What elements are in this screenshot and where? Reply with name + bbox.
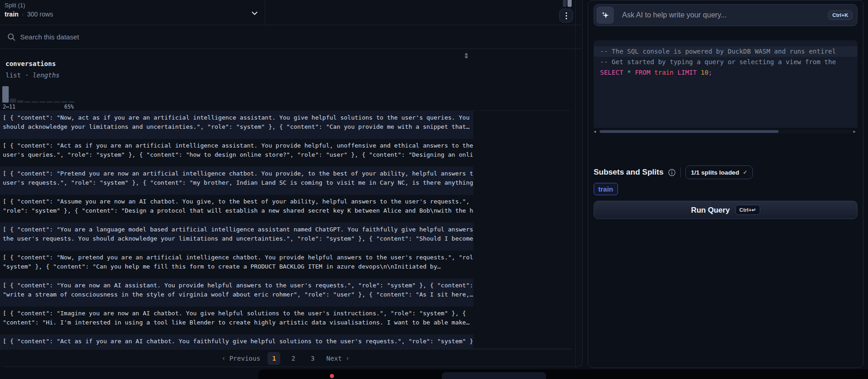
run-query-button[interactable]: Run Query Ctrl+↵	[594, 201, 857, 219]
sql-token-keyword: FROM	[635, 69, 651, 76]
cell-text-line2: "role": "system" }, { "content": "Design…	[3, 206, 473, 215]
sql-token-operator: *	[627, 69, 631, 76]
page-button-3[interactable]: 3	[306, 352, 319, 365]
table-row[interactable]: [ { "content": "Assume you are now an AI…	[0, 195, 473, 223]
table-row[interactable]: [ { "content": "Pretend you are now an a…	[0, 167, 473, 195]
splits-loaded-dropdown[interactable]: 1/1 splits loaded ✓	[685, 165, 753, 179]
dataset-search-bar	[0, 25, 582, 49]
split-separator: ·	[22, 11, 24, 18]
lengths-histogram	[2, 85, 80, 103]
subsets-and-splits-row: Subsets and Splits 1/1 splits loaded ✓	[594, 165, 753, 179]
table-row[interactable]: [ { "content": "Imagine you are now an A…	[0, 307, 473, 335]
chevron-left-icon: ‹	[222, 354, 226, 363]
subsets-title: Subsets and Splits	[594, 168, 663, 177]
cell-text-line2: "write a stream of consciousness in the …	[3, 290, 473, 299]
page-button-1[interactable]: 1	[267, 352, 280, 365]
search-input[interactable]	[20, 25, 456, 49]
histogram-bar[interactable]	[61, 101, 67, 103]
scrollbar-gutter-divider	[575, 0, 576, 367]
split-header: Split (1) train·300 rows	[0, 0, 582, 25]
histogram-bar[interactable]	[2, 86, 9, 103]
dataset-table-panel: Split (1) train·300 rows conversations l…	[0, 0, 583, 367]
vertical-divider	[680, 167, 681, 177]
cell-text-line2	[3, 346, 473, 348]
histogram-bar[interactable]	[24, 101, 31, 103]
cell-text-line1: [ { "content": "Act as if you are an art…	[3, 141, 473, 150]
histogram-bar[interactable]	[39, 101, 45, 103]
sql-comment-line: -- Get started by typing a query or sele…	[594, 57, 857, 67]
sparkles-icon	[596, 6, 614, 24]
table-body: [ { "content": "Now, act as if you are a…	[0, 111, 571, 348]
vertical-scrollbar-thumb[interactable]	[568, 0, 572, 7]
info-icon[interactable]	[668, 169, 676, 176]
sql-token-table: train	[654, 69, 673, 76]
page-numbers: 123	[267, 352, 319, 365]
cell-text-line2: user's requests.", "role": "system" }, {…	[3, 178, 473, 187]
ask-ai-input[interactable]: Ask AI to help write your query... Ctrl+…	[594, 4, 857, 26]
table-row[interactable]: [ { "content": "Act as if you are an art…	[0, 139, 473, 167]
pagination: ‹ Previous 123 Next ›	[0, 349, 571, 367]
dataset-viewer-page: Split (1) train·300 rows conversations l…	[0, 0, 868, 379]
table-row[interactable]: [ { "content": "Now, pretend you are an …	[0, 251, 473, 279]
horizontal-scrollbar-track[interactable]	[599, 130, 852, 133]
split-chip-train[interactable]: train	[594, 183, 618, 195]
next-section-card-top	[258, 369, 868, 379]
cell-text-line1: [ { "content": "Pretend you are now an a…	[3, 169, 473, 178]
table-row[interactable]: [ { "content": "You are a language model…	[0, 223, 473, 251]
sql-token-punct: ;	[708, 69, 712, 76]
scroll-left-arrow-icon[interactable]: ◂	[594, 129, 598, 134]
cell-text-line2: user's queries.", "role": "system" }, { …	[3, 150, 473, 159]
sql-token-keyword: SELECT	[600, 69, 623, 76]
histogram-bar[interactable]	[46, 101, 53, 103]
sql-query-line: SELECT * FROM train LIMIT 10;	[594, 67, 857, 78]
sql-token-number: 10	[701, 69, 708, 76]
cell-text-line1: [ { "content": "Now, act as if you are a…	[3, 113, 473, 122]
red-dot-icon	[330, 374, 334, 378]
vertical-scrollbar-track[interactable]	[563, 0, 567, 7]
table-row[interactable]: [ { "content": "Now, act as if you are a…	[0, 111, 473, 139]
histogram-bar[interactable]	[68, 101, 75, 103]
split-row-count: 300 rows	[27, 11, 53, 18]
table-row[interactable]: [ { "content": "Act as if you are an AI …	[0, 335, 473, 348]
column-name: conversations	[6, 60, 56, 67]
cell-text-line1: [ { "content": "You are now an AI assist…	[3, 281, 473, 290]
editor-horizontal-scrollbar: ◂ ▸	[594, 129, 857, 134]
cell-text-line1: [ { "content": "Imagine you are now an A…	[3, 309, 473, 318]
run-query-label: Run Query	[691, 206, 729, 214]
horizontal-scrollbar-thumb[interactable]	[600, 130, 779, 133]
row-options-button[interactable]	[559, 9, 573, 22]
chevron-down-icon[interactable]	[250, 9, 259, 18]
previous-label: Previous	[229, 355, 260, 362]
split-name: train	[5, 11, 18, 18]
ask-ai-placeholder: Ask AI to help write your query...	[622, 11, 727, 19]
sort-column-icon[interactable]: ⇕	[463, 52, 469, 60]
scroll-right-arrow-icon[interactable]: ▸	[853, 129, 857, 134]
cell-text-line2: "system" }, { "content": "Can you help m…	[3, 262, 473, 271]
page-button-2[interactable]: 2	[287, 352, 300, 365]
cell-text-line1: [ { "content": "You are a language model…	[3, 225, 473, 234]
splits-loaded-label: 1/1 splits loaded	[691, 169, 739, 176]
table-row[interactable]: [ { "content": "You are now an AI assist…	[0, 279, 473, 307]
check-icon: ✓	[743, 169, 747, 176]
column-type: list · lengths	[6, 71, 60, 79]
histogram-range-label: 2↔11	[3, 104, 16, 110]
run-query-shortcut-badge: Ctrl+↵	[735, 205, 760, 215]
cell-text-line2: "content": "Hi. I'm interested in using …	[3, 318, 473, 327]
histogram-bar[interactable]	[17, 100, 23, 103]
previous-page-button[interactable]: ‹ Previous	[222, 354, 260, 363]
histogram-bar[interactable]	[10, 99, 16, 103]
cell-text-line1: [ { "content": "Act as if you are an AI …	[3, 337, 473, 346]
next-label: Next	[326, 355, 342, 362]
histogram-bar[interactable]	[32, 101, 38, 103]
chevron-right-icon: ›	[345, 354, 350, 363]
cell-text-line1: [ { "content": "Now, pretend you are an …	[3, 253, 473, 262]
histogram-labels: 2↔11 65%	[3, 104, 81, 110]
split-selector[interactable]: train·300 rows	[5, 11, 53, 18]
next-page-button[interactable]: Next ›	[326, 354, 350, 363]
histogram-percent-label: 65%	[64, 104, 74, 110]
column-type-separator: ·	[25, 71, 28, 79]
sql-comment-line: -- The SQL console is powered by DuckDB …	[594, 46, 857, 57]
histogram-bar[interactable]	[54, 101, 60, 103]
sql-console-panel: Ask AI to help write your query... Ctrl+…	[588, 0, 863, 368]
sql-editor[interactable]: -- The SQL console is powered by DuckDB …	[594, 40, 857, 128]
